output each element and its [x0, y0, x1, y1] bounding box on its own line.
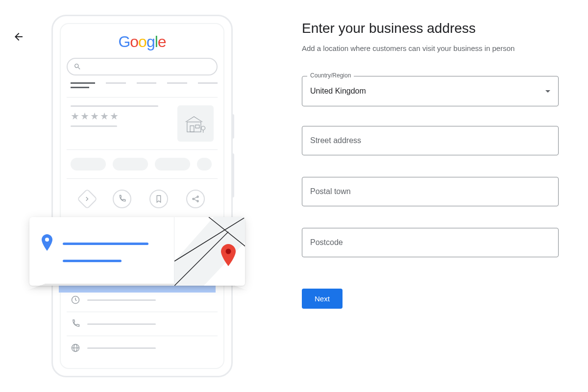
page-title: Enter your business address	[302, 21, 559, 36]
page-subtitle: Add a location where customers can visit…	[302, 44, 559, 52]
search-icon	[74, 63, 81, 71]
phone-icon	[71, 319, 80, 329]
phone-icon	[113, 190, 131, 208]
chevron-down-icon	[545, 90, 550, 93]
directions-icon	[76, 189, 97, 209]
country-region-select[interactable]: Country/Region United Kingdom	[302, 76, 559, 106]
svg-rect-1	[190, 126, 194, 132]
star-icon	[90, 112, 99, 121]
star-icon	[100, 112, 109, 121]
storefront-icon	[183, 111, 208, 136]
svg-line-9	[194, 199, 197, 201]
svg-point-3	[201, 126, 205, 130]
phone-screen: Google	[60, 23, 224, 369]
svg-point-5	[193, 198, 194, 200]
globe-icon	[71, 343, 80, 353]
bookmark-icon	[149, 190, 168, 208]
form-panel: Enter your business address Add a locati…	[284, 0, 588, 392]
postcode-input[interactable]	[302, 228, 559, 257]
postal-town-input[interactable]	[302, 177, 559, 206]
svg-point-6	[197, 196, 198, 197]
google-logo: Google	[67, 33, 218, 51]
svg-line-8	[194, 197, 197, 198]
svg-point-7	[197, 200, 198, 202]
star-icon	[80, 112, 89, 121]
country-label: Country/Region	[307, 72, 354, 79]
illustration-panel: Google	[0, 0, 284, 392]
phone-frame: Google	[51, 15, 233, 377]
building-thumb	[177, 105, 214, 142]
map-pin-blue-icon	[41, 234, 53, 253]
map-thumbnail	[174, 217, 245, 286]
star-icon	[71, 112, 79, 121]
star-icon	[110, 112, 119, 121]
clock-icon	[71, 295, 80, 305]
share-icon	[186, 190, 205, 208]
svg-point-21	[226, 249, 231, 254]
location-card	[29, 217, 245, 286]
svg-point-14	[45, 238, 49, 242]
next-button[interactable]: Next	[302, 289, 343, 309]
country-value: United Kingdom	[310, 87, 545, 96]
search-bar-mock	[67, 58, 218, 75]
street-address-input[interactable]	[302, 126, 559, 155]
svg-rect-2	[196, 125, 199, 128]
